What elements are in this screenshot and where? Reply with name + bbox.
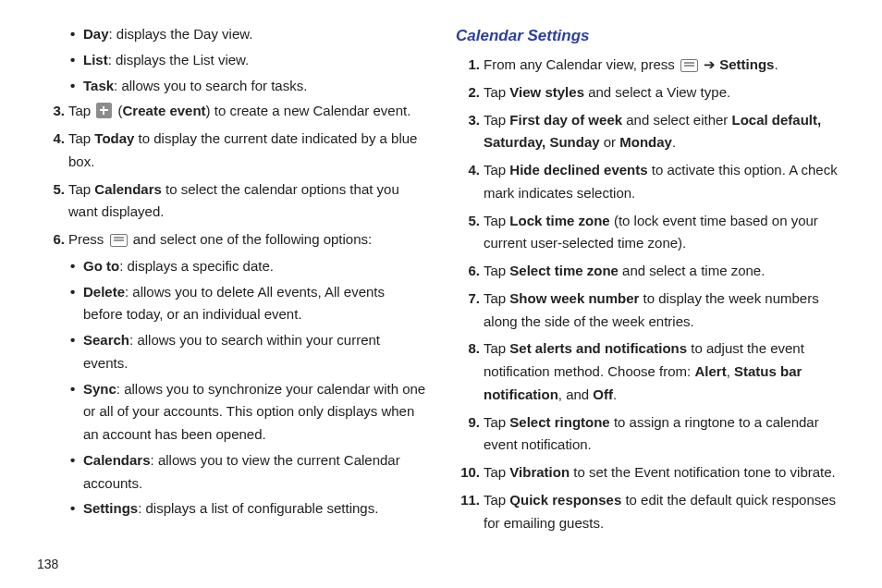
right-column: Calendar Settings 1. From any Calendar v… — [441, 23, 856, 551]
step-3: 3. Tap First day of week and select eith… — [456, 109, 841, 155]
step-6: 6. Press and select one of the following… — [41, 228, 426, 521]
step-1: 1. From any Calendar view, press ➔ Setti… — [456, 54, 841, 77]
step-11: 11. Tap Quick responses to edit the defa… — [456, 489, 841, 535]
view-option-bullets: Day: displays the Day view. List: displa… — [41, 23, 426, 97]
bullet-item: Delete: allows you to delete All events,… — [68, 281, 426, 327]
right-steps: 1. From any Calendar view, press ➔ Setti… — [456, 54, 841, 534]
page-number: 138 — [37, 557, 58, 571]
step-4: 4. Tap Hide declined events to activate … — [456, 159, 841, 205]
step-7: 7. Tap Show week number to display the w… — [456, 288, 841, 334]
bullet-item: Calendars: allows you to view the curren… — [68, 449, 426, 496]
step-5: 5. Tap Calendars to select the calendar … — [41, 178, 426, 225]
step-6-bullets: Go to: displays a specific date. Delete:… — [68, 255, 426, 521]
step-4: 4. Tap Today to display the current date… — [41, 128, 426, 174]
bullet-item: Task: allows you to search for tasks. — [68, 75, 426, 98]
page: Day: displays the Day view. List: displa… — [0, 0, 882, 588]
step-10: 10. Tap Vibration to set the Event notif… — [456, 461, 841, 484]
bullet-item: List: displays the List view. — [68, 49, 426, 72]
bullet-item: Go to: displays a specific date. — [68, 255, 426, 278]
step-5: 5. Tap Lock time zone (to lock event tim… — [456, 210, 841, 256]
bullet-item: Day: displays the Day view. — [68, 23, 426, 46]
left-steps: 3. Tap (Create event) to create a new Ca… — [41, 100, 426, 521]
step-6: 6. Tap Select time zone and select a tim… — [456, 260, 841, 283]
left-column: Day: displays the Day view. List: displa… — [26, 23, 441, 551]
menu-icon — [110, 234, 128, 247]
step-2: 2. Tap View styles and select a View typ… — [456, 81, 841, 104]
step-8: 8. Tap Set alerts and notifications to a… — [456, 337, 841, 406]
menu-icon — [680, 59, 698, 72]
bullet-item: Settings: displays a list of configurabl… — [68, 497, 426, 521]
step-3: 3. Tap (Create event) to create a new Ca… — [41, 100, 426, 123]
bullet-item: Sync: allows you to synchronize your cal… — [68, 378, 426, 447]
step-9: 9. Tap Select ringtone to assign a ringt… — [456, 411, 841, 458]
plus-icon — [96, 103, 112, 118]
bullet-item: Search: allows you to search within your… — [68, 329, 426, 375]
section-heading: Calendar Settings — [456, 23, 841, 49]
